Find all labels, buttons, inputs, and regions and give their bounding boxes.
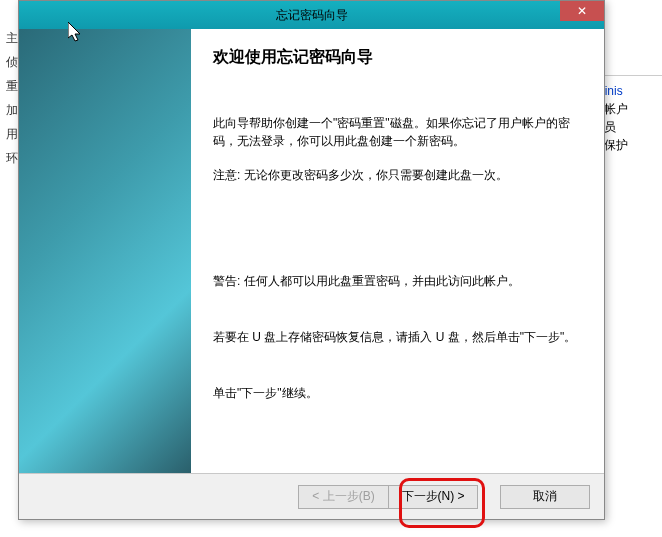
wizard-window: 忘记密码向导 ✕ 欢迎使用忘记密码向导 此向导帮助你创建一个"密码重置"磁盘。如… <box>18 0 605 520</box>
wizard-paragraph-3: 警告: 任何人都可以用此盘重置密码，并由此访问此帐户。 <box>213 272 580 290</box>
window-title: 忘记密码向导 <box>276 7 348 24</box>
left-char-1: 侦 <box>6 50 18 74</box>
wizard-paragraph-5: 单击"下一步"继续。 <box>213 384 580 402</box>
left-margin-char-list: 主 侦 重 加 用 环 <box>6 26 18 170</box>
left-char-5: 环 <box>6 146 18 170</box>
wizard-paragraph-2: 注意: 无论你更改密码多少次，你只需要创建此盘一次。 <box>213 166 580 184</box>
wizard-footer: < 上一步(B) 下一步(N) > 取消 <box>19 473 604 519</box>
close-icon: ✕ <box>577 4 587 18</box>
wizard-paragraph-1: 此向导帮助你创建一个"密码重置"磁盘。如果你忘记了用户帐户的密码，无法登录，你可… <box>213 114 580 150</box>
close-button[interactable]: ✕ <box>560 1 604 21</box>
back-button: < 上一步(B) <box>298 485 388 509</box>
wizard-body: 欢迎使用忘记密码向导 此向导帮助你创建一个"密码重置"磁盘。如果你忘记了用户帐户… <box>19 29 604 473</box>
wizard-content: 欢迎使用忘记密码向导 此向导帮助你创建一个"密码重置"磁盘。如果你忘记了用户帐户… <box>191 29 604 473</box>
left-char-2: 重 <box>6 74 18 98</box>
wizard-heading: 欢迎使用忘记密码向导 <box>213 47 580 68</box>
left-char-0: 主 <box>6 26 18 50</box>
wizard-sidebar-image <box>19 29 191 473</box>
cancel-button[interactable]: 取消 <box>500 485 590 509</box>
next-button[interactable]: 下一步(N) > <box>388 485 478 509</box>
left-char-4: 用 <box>6 122 18 146</box>
back-next-group: < 上一步(B) 下一步(N) > <box>298 485 478 509</box>
wizard-paragraph-4: 若要在 U 盘上存储密码恢复信息，请插入 U 盘，然后单击"下一步"。 <box>213 328 580 346</box>
left-char-3: 加 <box>6 98 18 122</box>
titlebar[interactable]: 忘记密码向导 ✕ <box>19 1 604 29</box>
